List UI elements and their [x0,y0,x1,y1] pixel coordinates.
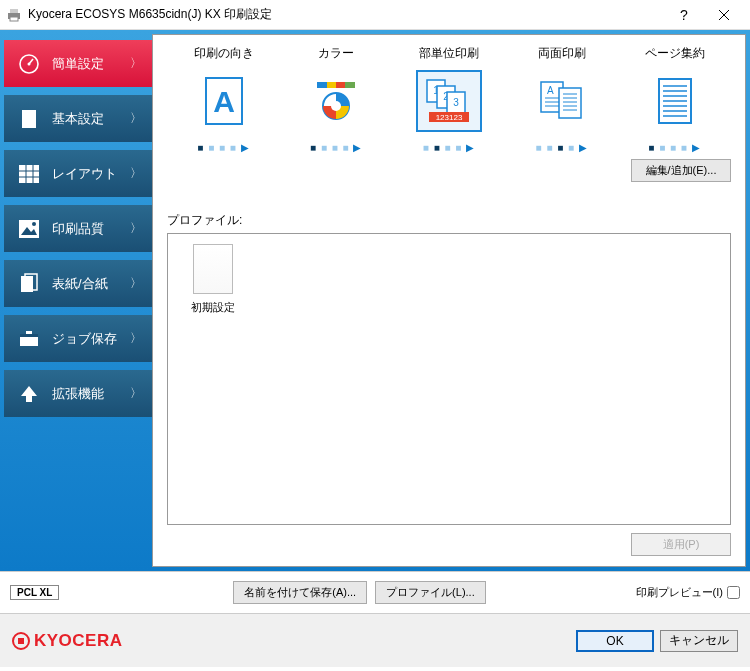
profile-thumb-icon [193,244,233,294]
collate-icon: 1 2 3 123123 [416,70,482,132]
step-dots: ■ ■ ■ ■ ▶ [509,142,614,153]
sidebar-item-label: ジョブ保存 [52,330,117,348]
svg-rect-10 [19,165,39,183]
chevron-right-icon: 〉 [130,330,142,347]
ok-button[interactable]: OK [576,630,654,652]
sidebar-item-label: 表紙/合紙 [52,275,108,293]
duplex-icon: A [529,70,595,132]
step-dots: ■ ■ ■ ■ ▶ [284,142,389,153]
profile-list[interactable]: 初期設定 [167,233,731,525]
svg-text:3: 3 [453,97,459,108]
arrow-up-icon [18,383,40,405]
profile-item-default[interactable]: 初期設定 [178,244,248,315]
brand-logo: KYOCERA [12,631,123,651]
quick-settings-row: 印刷の向き A ■ ■ ■ ■ ▶ カラー [167,45,731,153]
save-as-button[interactable]: 名前を付けて保存(A)... [233,581,367,604]
svg-rect-2 [10,17,18,21]
svg-marker-23 [21,386,37,402]
svg-rect-1 [10,9,18,13]
svg-rect-60 [18,638,24,644]
step-dots: ■ ■ ■ ■ ▶ [397,142,502,153]
chevron-right-icon: 〉 [130,55,142,72]
quick-item-collate[interactable]: 部単位印刷 1 2 3 123123 ■ ■ ■ ■ ▶ [397,45,502,153]
quick-label: 部単位印刷 [397,45,502,62]
job-box-icon [18,328,40,350]
svg-point-17 [32,222,36,226]
print-preview-checkbox[interactable] [727,586,740,599]
window-title: Kyocera ECOSYS M6635cidn(J) KX 印刷設定 [28,6,664,23]
cancel-button[interactable]: キャンセル [660,630,738,652]
svg-rect-29 [345,82,355,88]
sidebar-item-cover[interactable]: 表紙/合紙 〉 [4,260,152,307]
quick-item-color[interactable]: カラー ■ ■ ■ ■ ▶ [284,45,389,153]
quick-label: ページ集約 [622,45,727,62]
nup-icon [642,70,708,132]
image-quality-icon [18,218,40,240]
brand-text: KYOCERA [34,631,123,651]
svg-rect-21 [20,334,38,337]
svg-point-31 [331,101,341,111]
footer-top: PCL XL 名前を付けて保存(A)... プロファイル(L)... 印刷プレビ… [0,571,750,613]
svg-rect-45 [559,88,581,118]
color-icon [303,70,369,132]
sidebar-item-quick[interactable]: 簡単設定 〉 [4,40,152,87]
apply-button[interactable]: 適用(P) [631,533,731,556]
chevron-right-icon: 〉 [130,275,142,292]
sidebar-item-job[interactable]: ジョブ保存 〉 [4,315,152,362]
sidebar-item-label: 基本設定 [52,110,104,128]
profile-name: 初期設定 [178,300,248,315]
kyocera-logo-icon [12,632,30,650]
svg-text:A: A [213,85,235,118]
quick-label: 印刷の向き [171,45,276,62]
layout-grid-icon [18,163,40,185]
svg-rect-15 [19,220,39,238]
quick-item-nup[interactable]: ページ集約 ■ ■ ■ ■ ▶ [622,45,727,153]
svg-rect-22 [26,331,32,334]
profile-button[interactable]: プロファイル(L)... [375,581,486,604]
svg-rect-27 [327,82,336,88]
svg-text:123123: 123123 [436,113,463,122]
chevron-right-icon: 〉 [130,165,142,182]
sidebar-item-advanced[interactable]: 拡張機能 〉 [4,370,152,417]
sidebar-item-layout[interactable]: レイアウト 〉 [4,150,152,197]
edit-add-button[interactable]: 編集/追加(E)... [631,159,731,182]
close-button[interactable] [704,1,744,29]
sidebar-item-basic[interactable]: 基本設定 〉 [4,95,152,142]
quick-item-orientation[interactable]: 印刷の向き A ■ ■ ■ ■ ▶ [171,45,276,153]
sidebar-item-quality[interactable]: 印刷品質 〉 [4,205,152,252]
chevron-right-icon: 〉 [130,220,142,237]
svg-rect-28 [336,82,345,88]
cover-icon [18,273,40,295]
main-panel: 印刷の向き A ■ ■ ■ ■ ▶ カラー [152,34,746,567]
orientation-icon: A [191,70,257,132]
quick-label: カラー [284,45,389,62]
profile-label: プロファイル: [167,212,731,229]
footer-bottom: KYOCERA OK キャンセル [0,613,750,667]
titlebar: Kyocera ECOSYS M6635cidn(J) KX 印刷設定 ? [0,0,750,30]
svg-point-7 [28,62,31,65]
svg-rect-8 [22,110,36,128]
profile-section: プロファイル: 初期設定 適用(P) [167,212,731,556]
chevron-right-icon: 〉 [130,110,142,127]
chevron-right-icon: 〉 [130,385,142,402]
sidebar-item-label: レイアウト [52,165,117,183]
step-dots: ■ ■ ■ ■ ▶ [622,142,727,153]
svg-text:A: A [547,85,554,96]
sidebar-item-label: 簡単設定 [52,55,104,73]
printer-icon [6,7,22,23]
quick-item-duplex[interactable]: 両面印刷 A ■ ■ ■ ■ ▶ [509,45,614,153]
page-icon [18,108,40,130]
gauge-icon [18,53,40,75]
sidebar: 簡単設定 〉 基本設定 〉 レイアウト 〉 印刷品質 〉 [4,34,152,567]
print-preview-group: 印刷プレビュー(I) [636,585,740,600]
help-button[interactable]: ? [664,1,704,29]
pcl-badge: PCL XL [10,585,59,600]
sidebar-item-label: 拡張機能 [52,385,104,403]
sidebar-item-label: 印刷品質 [52,220,104,238]
print-preview-label: 印刷プレビュー(I) [636,585,723,600]
quick-label: 両面印刷 [509,45,614,62]
step-dots: ■ ■ ■ ■ ▶ [171,142,276,153]
app-body: 簡単設定 〉 基本設定 〉 レイアウト 〉 印刷品質 〉 [0,30,750,571]
